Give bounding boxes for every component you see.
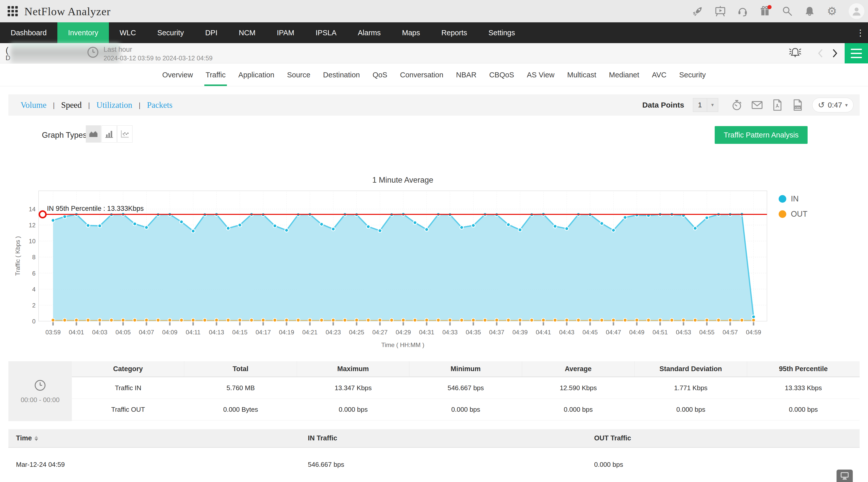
summary-cell: Traffic OUT [72,399,184,420]
graph-type-buttons [86,125,132,142]
support-headset-icon[interactable] [737,6,748,17]
summary-col-total: Total [184,361,297,377]
svg-text:03:59: 03:59 [45,329,61,335]
caret-down-icon: ▾ [845,102,848,108]
time-period[interactable]: Last hour 2024-03-12 03:59 to 2024-03-12… [86,46,213,62]
tab-application[interactable]: Application [232,64,281,86]
search-icon[interactable] [782,6,793,17]
svg-text:12: 12 [29,222,35,229]
export-pdf-icon[interactable] [772,99,783,111]
report-link-volume[interactable]: Volume [21,100,46,110]
nav-item-dpi[interactable]: DPI [194,22,228,43]
svg-text:04:27: 04:27 [372,329,388,335]
summary-cell: Traffic IN [72,377,184,398]
tab-nbar[interactable]: NBAR [450,64,483,86]
report-link-utilization[interactable]: Utilization [96,100,132,110]
training-video-icon[interactable] [715,6,726,17]
top-icon-bar: ⚙ [692,0,864,22]
link-separator: | [88,101,90,109]
tab-multicast[interactable]: Multicast [561,64,602,86]
svg-text:04:01: 04:01 [69,329,84,335]
nav-item-ipam[interactable]: IPAM [266,22,305,43]
tab-conversation[interactable]: Conversation [394,64,450,86]
email-icon[interactable] [751,99,763,111]
nav-item-inventory[interactable]: Inventory [57,22,109,43]
tab-security[interactable]: Security [673,64,712,86]
summary-col-95th-percentile: 95th Percentile [747,361,860,377]
svg-text:6: 6 [32,270,35,277]
summary-col-minimum: Minimum [409,361,522,377]
nav-item-ipsla[interactable]: IPSLA [305,22,347,43]
bell-icon[interactable] [804,6,815,17]
top-bar: NetFlow Analyzer ⚙ [0,0,868,22]
graph-types-label: Graph Types [42,131,87,140]
area-chart-type-button[interactable] [86,125,101,142]
summary-header-row: CategoryTotalMaximumMinimumAverageStanda… [72,361,860,377]
svg-text:4: 4 [32,286,35,293]
summary-cell: 0.000 bps [297,399,409,420]
tab-destination[interactable]: Destination [317,64,366,86]
tab-medianet[interactable]: Medianet [602,64,645,86]
legend-label: IN [791,194,799,203]
export-csv-icon[interactable]: CSV [792,99,804,111]
tab-qos[interactable]: QoS [366,64,394,86]
nav-item-reports[interactable]: Reports [431,22,478,43]
svg-text:IN 95th Percentile : 13.333Kbp: IN 95th Percentile : 13.333Kbps [47,205,144,212]
svg-text:04:13: 04:13 [209,329,224,335]
netflow-analyzer-page: NetFlow Analyzer ⚙ [0,0,868,482]
detail-cell: Mar-12-24 04:59 [8,461,300,469]
nav-item-maps[interactable]: Maps [391,22,431,43]
svg-text:04:59: 04:59 [746,329,761,335]
schedule-icon[interactable] [731,99,743,111]
nav-item-alarms[interactable]: Alarms [347,22,391,43]
traffic-pattern-analysis-button[interactable]: Traffic Pattern Analysis [715,126,808,144]
nav-item-dashboard[interactable]: Dashboard [0,22,57,43]
svg-text:04:19: 04:19 [279,329,294,335]
svg-text:0: 0 [32,318,35,325]
tab-overview[interactable]: Overview [156,64,199,86]
summary-row-0: Traffic IN5.760 MB13.347 Kbps546.667 bps… [72,377,860,399]
gear-icon[interactable]: ⚙ [826,6,838,17]
auto-refresh-control[interactable]: ↺ 0:47 ▾ [812,98,854,113]
bar-chart-type-button[interactable] [101,125,117,142]
alarm-bell-icon[interactable] [788,46,802,61]
tab-traffic[interactable]: Traffic [199,64,232,86]
nav-item-ncm[interactable]: NCM [228,22,266,43]
support-widget-button[interactable] [837,470,853,482]
tab-as-view[interactable]: AS View [521,64,561,86]
report-link-speed[interactable]: Speed [61,100,82,110]
nav-item-security[interactable]: Security [147,22,195,43]
tab-cbqos[interactable]: CBQoS [483,64,520,86]
summary-table: 00:00 - 00:00 CategoryTotalMaximumMinimu… [8,361,860,421]
report-link-packets[interactable]: Packets [147,100,173,110]
svg-text:04:29: 04:29 [396,329,411,335]
detail-col-time[interactable]: Time [8,434,300,442]
link-separator: | [139,101,141,109]
sort-icon[interactable] [34,436,38,441]
data-points-select[interactable]: 1 ▾ [693,98,718,112]
svg-text:04:11: 04:11 [186,329,200,335]
nav-overflow-kebab-icon[interactable]: ⋮ [855,22,865,43]
svg-text:04:51: 04:51 [653,329,668,335]
legend-item-in: IN [779,194,807,203]
nav-item-settings[interactable]: Settings [478,22,526,43]
summary-time-cell: 00:00 - 00:00 [8,361,72,421]
summary-cell: 12.590 Kbps [522,377,634,398]
clock-icon [33,379,47,392]
scatter-chart-type-button[interactable] [117,125,132,142]
detail-cell: 0.000 bps [587,461,860,469]
svg-text:04:37: 04:37 [489,329,504,335]
summary-cell: 0.000 Bytes [184,399,297,420]
svg-text:04:53: 04:53 [676,329,691,335]
next-chevron-icon[interactable] [830,46,840,61]
rocket-icon[interactable] [692,6,704,17]
apps-grid-icon[interactable] [8,6,18,17]
report-menu-button[interactable] [845,43,868,63]
nav-item-wlc[interactable]: WLC [109,22,147,43]
tab-source[interactable]: Source [281,64,317,86]
tab-avc[interactable]: AVC [646,64,673,86]
clock-icon [86,46,99,59]
user-avatar[interactable] [849,3,864,19]
detail-table: TimeIN TrafficOUT Traffic Mar-12-24 04:5… [8,429,860,482]
whats-new-gift-icon[interactable] [760,6,771,17]
